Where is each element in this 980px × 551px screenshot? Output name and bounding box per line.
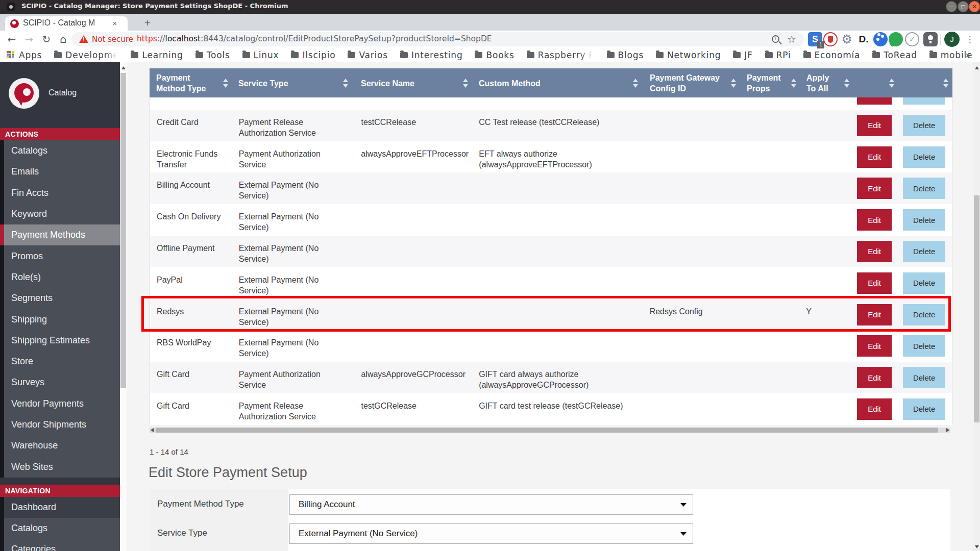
window-maximize-button[interactable]: ◻ (958, 1, 969, 12)
bookmark-item[interactable]: Apps (7, 50, 42, 60)
edit-button[interactable]: Edit (857, 146, 892, 168)
zoom-icon[interactable] (772, 35, 779, 43)
sidebar-item-payment-methods[interactable]: Payment Methods (0, 224, 120, 245)
sort-icon[interactable] (223, 79, 229, 88)
delete-button[interactable]: Delete (903, 209, 945, 231)
sidebar-item-vendor-shipments[interactable]: Vendor Shipments (0, 414, 120, 435)
sidebar-item-promos[interactable]: Promos (0, 245, 120, 266)
delete-button[interactable]: Delete (903, 146, 945, 168)
check-circle-extension-icon[interactable]: ✓ (905, 32, 919, 46)
stop-hand-extension-icon[interactable] (823, 32, 838, 46)
table-horizontal-scrollbar[interactable] (150, 428, 950, 433)
bookmark-item[interactable]: Blogs (607, 50, 644, 60)
column-header[interactable]: Service Type (232, 68, 352, 97)
url-text[interactable]: https://localhost:8443/catalog/control/E… (137, 34, 492, 43)
column-header[interactable] (898, 68, 952, 97)
delete-button[interactable]: Delete (903, 115, 945, 136)
scroll-up-icon[interactable] (975, 66, 979, 69)
sidebar-item-dashboard[interactable]: Dashboard (0, 497, 120, 518)
sidebar-item-keyword[interactable]: Keyword (0, 204, 120, 224)
scroll-left-icon[interactable] (151, 428, 154, 432)
sort-icon[interactable] (943, 79, 949, 88)
green-bubble-extension-icon[interactable] (889, 32, 903, 46)
delete-button[interactable]: Delete (903, 178, 945, 199)
sort-icon[interactable] (342, 79, 349, 88)
column-header[interactable]: Custom Method (472, 68, 642, 97)
bookmark-item[interactable]: Networking (656, 50, 721, 60)
column-header[interactable]: Payment Gateway Config ID (642, 68, 740, 97)
edit-button[interactable]: Edit (857, 97, 892, 105)
window-minimize-button[interactable]: − (946, 1, 957, 12)
sidebar-item-catalogs[interactable]: Catalogs (0, 140, 120, 161)
sidebar-item-role-s-[interactable]: Role(s) (0, 267, 120, 288)
forward-button[interactable]: → (21, 32, 37, 47)
delete-button[interactable]: Delete (903, 241, 945, 262)
column-header[interactable]: Apply To All (800, 68, 853, 97)
scroll-up-icon[interactable] (121, 66, 126, 69)
bookmark-item[interactable]: Books (475, 50, 514, 60)
sidebar-item-segments[interactable]: Segments (0, 288, 120, 309)
service-type-select[interactable]: External Payment (No Service) (289, 523, 693, 544)
bookmark-item[interactable]: Tools (195, 50, 230, 60)
sort-icon[interactable] (889, 79, 895, 88)
sort-icon[interactable] (791, 79, 797, 88)
column-header[interactable]: Service Name (352, 68, 472, 97)
column-header[interactable]: Payment Props (740, 68, 800, 97)
sidebar-item-warehouse[interactable]: Warehouse (0, 435, 120, 456)
tab-close-icon[interactable]: × (110, 18, 120, 29)
sidebar-item-shipping-estimates[interactable]: Shipping Estimates (0, 330, 120, 351)
profile-avatar[interactable]: J (944, 32, 960, 47)
edit-button[interactable]: Edit (857, 398, 892, 420)
payment-method-type-select[interactable]: Billing Account (289, 494, 693, 515)
edit-button[interactable]: Edit (857, 209, 892, 231)
home-button[interactable]: ⌂ (56, 32, 71, 47)
not-secure-label[interactable]: Not secure (92, 35, 133, 44)
column-header[interactable] (853, 68, 898, 97)
edit-button[interactable]: Edit (857, 335, 892, 357)
sort-icon[interactable] (462, 79, 469, 88)
bookmark-item[interactable]: Ilscipio (291, 50, 335, 60)
edit-button[interactable]: Edit (857, 304, 892, 325)
delete-button[interactable]: Delete (903, 398, 945, 420)
bookmark-star-icon[interactable]: ☆ (787, 33, 796, 45)
reload-button[interactable]: ↻ (39, 32, 54, 47)
page-scrollbar[interactable] (973, 62, 980, 551)
edit-button[interactable]: Edit (857, 241, 892, 262)
sort-icon[interactable] (632, 79, 639, 88)
edit-button[interactable]: Edit (857, 178, 892, 199)
sort-icon[interactable] (730, 79, 737, 88)
security-warning-icon[interactable] (79, 35, 88, 43)
delete-button[interactable]: Delete (903, 272, 945, 294)
bookmark-item[interactable]: RPi (765, 50, 791, 60)
new-tab-button[interactable]: + (141, 17, 154, 30)
scroll-down-icon[interactable] (975, 545, 979, 548)
edit-button[interactable]: Edit (857, 115, 892, 136)
address-bar[interactable]: Not secure https://localhost:8443/catalo… (71, 32, 804, 46)
bookmarks-overflow-icon[interactable]: » (966, 50, 971, 60)
edit-button[interactable]: Edit (857, 367, 892, 388)
scroll-right-icon[interactable] (946, 428, 949, 432)
gear-extension-icon[interactable]: ⚙ (840, 32, 854, 46)
bookmark-item[interactable]: Developme (54, 50, 118, 60)
sidebar-item-shipping[interactable]: Shipping (0, 309, 120, 330)
delete-button[interactable]: Delete (903, 335, 945, 357)
delete-button[interactable]: Delete (903, 304, 945, 325)
sidebar-item-store[interactable]: Store (0, 351, 120, 372)
browser-menu-icon[interactable]: ⋮ (964, 32, 976, 47)
browser-tab[interactable]: SCIPIO - Catalog M × (5, 16, 128, 31)
blue-dots-extension-icon[interactable] (873, 32, 888, 46)
bookmark-item[interactable]: Interesting (400, 50, 463, 60)
sidebar-item-emails[interactable]: Emails (0, 161, 120, 182)
bookmark-item[interactable]: JF (733, 50, 752, 60)
sidebar-item-vendor-payments[interactable]: Vendor Payments (0, 393, 120, 414)
s-blue-extension-icon[interactable]: S1 (808, 32, 822, 46)
back-button[interactable]: ← (4, 32, 19, 47)
sidebar-item-web-sites[interactable]: Web Sites (0, 456, 120, 477)
delete-button[interactable]: Delete (903, 367, 945, 388)
sort-icon[interactable] (844, 79, 850, 88)
sidebar-scrollbar[interactable] (120, 62, 127, 551)
disconnect-extension-icon[interactable]: D. (856, 32, 871, 46)
lightbulb-extension-icon[interactable] (923, 32, 938, 46)
delete-button[interactable]: Delete (903, 97, 945, 105)
bookmark-item[interactable]: Raspberry P (527, 50, 595, 60)
